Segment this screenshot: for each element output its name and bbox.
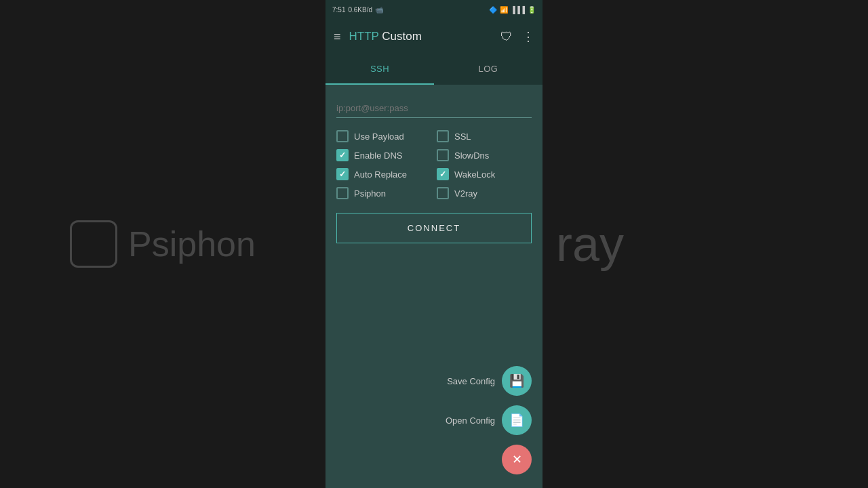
checkbox-use-payload-box[interactable] [336, 130, 349, 142]
checkbox-slow-dns[interactable]: SlowDns [437, 149, 532, 161]
save-config-item: Save Config 💾 [447, 366, 532, 396]
checkbox-psiphon-label: Psiphon [354, 188, 386, 199]
more-options-icon[interactable]: ⋮ [522, 29, 534, 44]
checkbox-auto-replace-label: Auto Replace [354, 169, 407, 180]
signal-icon: ▐▐▐ [511, 6, 525, 14]
status-time: 7:51 [332, 6, 345, 14]
checkbox-ssl[interactable]: SSL [437, 130, 532, 142]
connect-button[interactable]: CONNECT [336, 213, 532, 243]
bg-right-text: ray [556, 216, 624, 272]
file-icon: 📄 [509, 413, 524, 428]
open-config-item: Open Config 📄 [446, 405, 532, 435]
open-config-label: Open Config [446, 415, 495, 426]
content-area: Use Payload SSL Enable DNS SlowDns Auto … [326, 85, 542, 488]
checkbox-use-payload[interactable]: Use Payload [336, 130, 431, 142]
app-title: HTTP Custom [349, 30, 492, 43]
bluetooth-icon: 🔷 [489, 6, 497, 14]
checkbox-grid: Use Payload SSL Enable DNS SlowDns Auto … [336, 130, 532, 199]
background-right: ray [542, 0, 868, 488]
checkbox-wakelock[interactable]: WakeLock [437, 168, 532, 180]
fab-group: Save Config 💾 Open Config 📄 ✕ [446, 366, 532, 474]
checkbox-ssl-box[interactable] [437, 130, 449, 142]
tab-log[interactable]: LOG [434, 54, 542, 85]
battery-icon: 🔋 [528, 6, 536, 14]
save-config-label: Save Config [447, 376, 495, 386]
open-config-button[interactable]: 📄 [502, 405, 532, 435]
menu-icon[interactable]: ≡ [334, 30, 341, 44]
checkbox-v2ray-box[interactable] [437, 187, 449, 199]
save-config-button[interactable]: 💾 [502, 366, 532, 396]
fab-close-item: ✕ [502, 445, 532, 474]
checkbox-psiphon[interactable]: Psiphon [336, 187, 431, 199]
status-speed: 0.6KB/d [348, 6, 372, 14]
checkbox-use-payload-label: Use Payload [354, 131, 404, 142]
checkbox-enable-dns[interactable]: Enable DNS [336, 149, 431, 161]
app-title-http: HTTP [349, 30, 379, 43]
checkbox-wakelock-box[interactable] [437, 168, 449, 180]
checkbox-v2ray[interactable]: V2ray [437, 187, 532, 199]
save-icon: 💾 [509, 373, 524, 388]
checkbox-slow-dns-label: SlowDns [454, 150, 489, 161]
checkbox-auto-replace[interactable]: Auto Replace [336, 168, 431, 180]
psiphon-icon [70, 220, 117, 268]
checkbox-psiphon-box[interactable] [336, 187, 349, 199]
checkbox-v2ray-label: V2ray [454, 188, 477, 199]
checkbox-enable-dns-label: Enable DNS [354, 150, 403, 161]
status-right: 🔷 📶 ▐▐▐ 🔋 [489, 6, 536, 14]
checkbox-slow-dns-box[interactable] [437, 149, 449, 161]
app-bar-icons: 🛡 ⋮ [500, 29, 534, 44]
video-icon: 📹 [375, 6, 383, 14]
tabs-container: SSH LOG [326, 54, 542, 85]
checkbox-ssl-label: SSL [454, 131, 471, 142]
phone-container: 7:51 0.6KB/d 📹 🔷 📶 ▐▐▐ 🔋 ≡ HTTP Custom 🛡… [326, 0, 542, 488]
status-left: 7:51 0.6KB/d 📹 [332, 6, 383, 14]
background-left: Psiphon [0, 0, 326, 488]
checkbox-enable-dns-box[interactable] [336, 149, 349, 161]
app-bar: ≡ HTTP Custom 🛡 ⋮ [326, 19, 542, 54]
close-icon: ✕ [512, 452, 522, 467]
server-input[interactable] [336, 99, 532, 118]
checkbox-wakelock-label: WakeLock [454, 169, 495, 180]
tab-ssh[interactable]: SSH [326, 54, 434, 85]
close-button[interactable]: ✕ [502, 445, 532, 474]
server-input-group [336, 99, 532, 118]
app-title-rest: Custom [379, 30, 422, 43]
wifi-icon: 📶 [500, 6, 508, 14]
security-icon[interactable]: 🛡 [500, 30, 513, 44]
status-bar: 7:51 0.6KB/d 📹 🔷 📶 ▐▐▐ 🔋 [326, 0, 542, 19]
checkbox-auto-replace-box[interactable] [336, 168, 349, 180]
bg-left-text: Psiphon [128, 224, 256, 264]
